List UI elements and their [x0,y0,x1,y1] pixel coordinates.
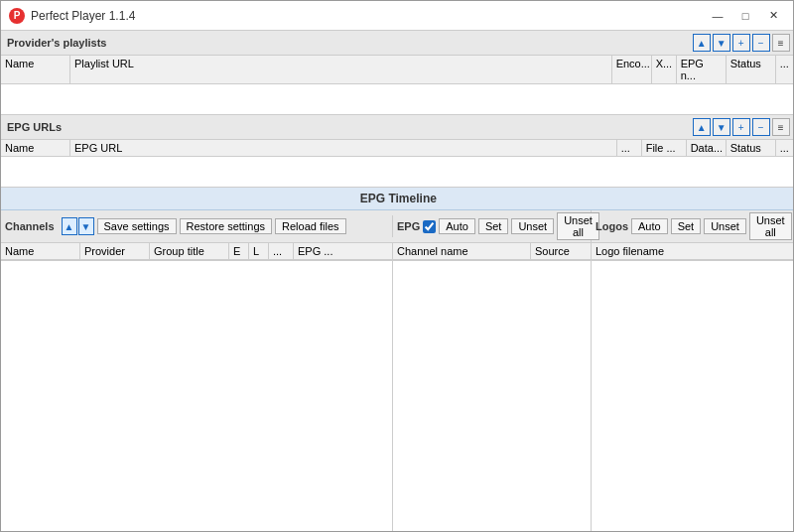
epg-auto-button[interactable]: Auto [439,218,475,234]
logos-label: Logos [596,220,628,232]
playlist-down-button[interactable]: ▼ [713,34,730,52]
epg-remove-button[interactable]: − [752,118,770,136]
epg-body [1,157,794,187]
epg-mapping-body [393,261,592,532]
bottom-data-area [1,260,794,532]
title-bar-controls: — □ ✕ [706,6,785,26]
epg-auto-checkbox-wrapper[interactable] [423,220,436,233]
channels-label: Channels [5,220,55,232]
playlist-col-url: Playlist URL [70,56,612,83]
epg-col-status: Status [727,140,776,156]
playlist-col-more: ... [776,56,794,83]
playlist-col-x: X... [652,56,677,83]
playlist-col-enc: Enco... [612,56,652,83]
playlist-table-header: Name Playlist URL Enco... X... EPG n... … [1,56,794,84]
playlist-add-button[interactable]: + [732,34,750,52]
logos-body [592,261,794,532]
epg-auto-checkbox[interactable] [423,220,436,233]
epg-table-header: Name EPG URL ... File ... Data... Status… [1,140,794,157]
epg-col-name: Name [1,140,70,156]
title-bar: P Perfect Player 1.1.4 — □ ✕ [1,1,793,31]
column-headers-row: Name Provider Group title E L ... EPG ..… [1,243,794,260]
epg-up-button[interactable]: ▲ [693,118,711,136]
left-panel: Provider's playlists ▲ ▼ + − ≡ Name Play… [1,31,794,532]
ch-col-epg: EPG ... [294,243,392,259]
app-icon: P [9,8,25,24]
epg-col-data: Data... [687,140,727,156]
playlist-remove-button[interactable]: − [752,34,770,52]
epg-col-more: ... [776,140,794,156]
ch-col-group: Group title [150,243,229,259]
providers-playlists-label: Provider's playlists [7,37,106,49]
playlist-menu-button[interactable]: ≡ [772,34,790,52]
logos-toolbar-part: Logos Auto Set Unset Unset all [592,210,794,242]
maximize-button[interactable]: □ [733,6,757,26]
epg-urls-header: EPG URLs ▲ ▼ + − ≡ [1,115,794,140]
logos-auto-button[interactable]: Auto [631,218,668,234]
channel-list-body [1,261,393,532]
main-content: Provider's playlists ▲ ▼ + − ≡ Name Play… [1,31,793,532]
providers-playlists-header: Provider's playlists ▲ ▼ + − ≡ [1,31,794,56]
providers-toolbar: ▲ ▼ + − ≡ [693,34,790,52]
logos-set-button[interactable]: Set [671,218,702,234]
epg-set-button[interactable]: Set [478,218,509,234]
epg-menu-button[interactable]: ≡ [772,118,790,136]
epg-section-label: EPG [397,220,420,232]
epg-add-button[interactable]: + [732,118,750,136]
playlist-col-status: Status [727,56,776,83]
combined-toolbar: Channels ▲ ▼ Save settings Restore setti… [1,210,794,243]
channels-up-arrow[interactable]: ▲ [62,217,77,235]
epg-map-col-source: Source [531,243,591,259]
epg-timeline-banner: EPG Timeline [1,188,794,210]
logos-unset-button[interactable]: Unset [704,218,746,234]
channels-nav-arrows: ▲ ▼ [62,217,94,235]
epg-toolbar: ▲ ▼ + − ≡ [693,118,790,136]
channel-col-headers: Name Provider Group title E L ... EPG ..… [1,243,393,259]
channels-down-arrow[interactable]: ▼ [78,217,94,235]
ch-col-name: Name [1,243,80,259]
epg-down-button[interactable]: ▼ [713,118,730,136]
ch-col-dots: ... [269,243,294,259]
playlist-body [1,84,794,114]
epg-map-col-channel: Channel name [393,243,531,259]
app-title: Perfect Player 1.1.4 [31,9,135,23]
epg-col-dots: ... [617,140,642,156]
minimize-button[interactable]: — [706,6,729,26]
epg-col-file: File ... [642,140,687,156]
epg-unset-button[interactable]: Unset [511,218,554,234]
playlist-up-button[interactable]: ▲ [693,34,711,52]
epg-urls-label: EPG URLs [7,121,62,133]
ch-col-l: L [249,243,269,259]
epg-col-url: EPG URL [70,140,617,156]
save-settings-button[interactable]: Save settings [97,218,177,234]
close-button[interactable]: ✕ [761,6,785,26]
channels-toolbar-part: Channels ▲ ▼ Save settings Restore setti… [1,215,393,237]
ch-col-e: E [229,243,249,259]
title-bar-left: P Perfect Player 1.1.4 [9,8,135,24]
providers-playlists-section: Provider's playlists ▲ ▼ + − ≡ Name Play… [1,31,794,115]
logos-col-header: Logo filename [592,243,794,259]
logos-unset-all-button[interactable]: Unset all [749,212,792,240]
epg-toolbar-part: EPG Auto Set Unset Unset all [393,210,592,242]
restore-settings-button[interactable]: Restore settings [180,218,272,234]
playlist-col-name: Name [1,56,70,83]
ch-col-provider: Provider [80,243,150,259]
epg-map-col-headers: Channel name Source [393,243,592,259]
epg-urls-section: EPG URLs ▲ ▼ + − ≡ Name EPG URL ... File… [1,115,794,188]
reload-files-button[interactable]: Reload files [275,218,345,234]
playlist-col-epg: EPG n... [677,56,727,83]
